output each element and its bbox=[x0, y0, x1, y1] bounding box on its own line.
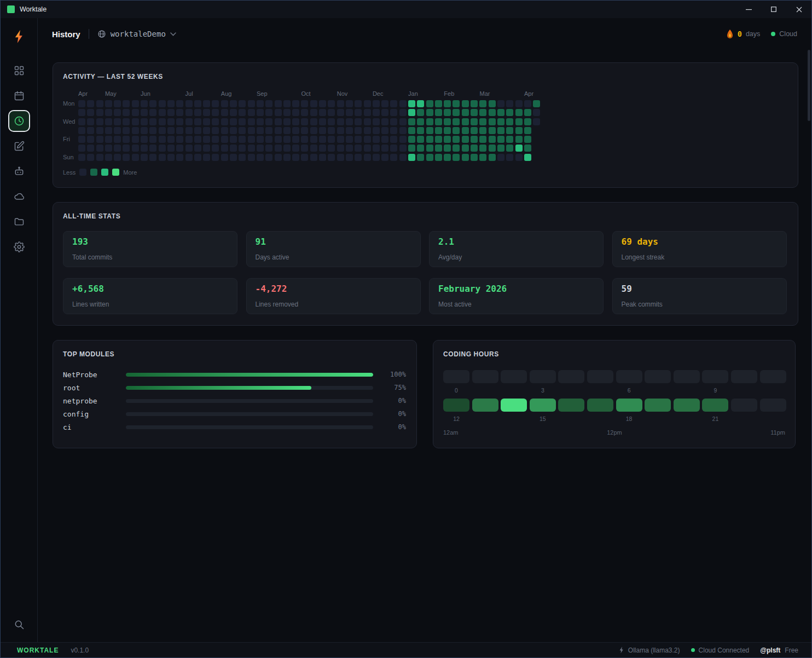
heatmap-cell bbox=[96, 136, 103, 143]
chevron-down-icon bbox=[170, 32, 176, 36]
heatmap-cell bbox=[373, 100, 380, 107]
heatmap-cell bbox=[292, 118, 299, 125]
heatmap-cell bbox=[533, 145, 540, 152]
hour-tick-label: 3 bbox=[541, 387, 544, 394]
heatmap-cell bbox=[239, 100, 246, 107]
heatmap-cell bbox=[230, 127, 237, 134]
heatmap-cell bbox=[230, 109, 237, 116]
heatmap-cell bbox=[364, 100, 371, 107]
modules-panel: TOP MODULES NetProbe100%root75%netprobe0… bbox=[53, 340, 417, 448]
heatmap-cell bbox=[87, 109, 94, 116]
sidebar-item-compose[interactable] bbox=[8, 135, 30, 157]
heatmap-cell bbox=[328, 136, 335, 143]
heatmap-cell bbox=[497, 127, 504, 134]
heatmap-cell bbox=[319, 109, 326, 116]
heatmap-cell bbox=[96, 154, 103, 161]
heatmap-cell bbox=[123, 154, 130, 161]
heatmap-cell bbox=[149, 127, 156, 134]
heatmap-cell bbox=[417, 100, 424, 107]
heatmap-cell bbox=[399, 127, 407, 134]
heatmap-cell bbox=[176, 109, 183, 116]
heatmap-cell bbox=[248, 118, 255, 125]
sidebar-item-projects[interactable] bbox=[8, 211, 30, 233]
heatmap-cell bbox=[462, 127, 469, 134]
heatmap-cell bbox=[399, 136, 407, 143]
heatmap-cell bbox=[381, 127, 388, 134]
project-picker[interactable]: worktaleDemo bbox=[97, 30, 176, 38]
heatmap-cell bbox=[105, 145, 112, 152]
heatmap-cell bbox=[408, 145, 415, 152]
heatmap-cell bbox=[78, 154, 85, 161]
stat-card: 69 daysLongest streak bbox=[612, 231, 787, 267]
module-bar-fill bbox=[126, 386, 311, 390]
stat-card: 2.1Avg/day bbox=[429, 231, 604, 267]
hour-block bbox=[558, 370, 584, 383]
heatmap-month-label: Feb bbox=[444, 90, 454, 97]
heatmap-cell bbox=[381, 100, 388, 107]
heatmap-cell bbox=[328, 118, 335, 125]
heatmap-month-label: Dec bbox=[373, 90, 384, 97]
heatmap-cell bbox=[149, 118, 156, 125]
heatmap-cell bbox=[524, 136, 531, 143]
heatmap-cell bbox=[471, 145, 478, 152]
sidebar-item-cloud[interactable] bbox=[8, 186, 30, 207]
heatmap-cell bbox=[489, 127, 496, 134]
heatmap-cell bbox=[176, 127, 183, 134]
heatmap-cell bbox=[114, 154, 121, 161]
heatmap-cell bbox=[275, 118, 282, 125]
module-bar-track bbox=[126, 412, 373, 416]
heatmap-cell bbox=[390, 109, 397, 116]
maximize-button[interactable] bbox=[761, 1, 786, 18]
heatmap-cell bbox=[123, 100, 130, 107]
heatmap-cell bbox=[159, 109, 166, 116]
close-button[interactable] bbox=[786, 1, 811, 18]
heatmap-cell bbox=[381, 118, 388, 125]
stat-card: +6,568Lines written bbox=[63, 278, 237, 314]
heatmap-cell bbox=[132, 109, 139, 116]
heatmap-cell bbox=[248, 145, 255, 152]
activity-heatmap bbox=[78, 100, 540, 161]
heatmap-cell bbox=[453, 127, 460, 134]
heatmap-cell bbox=[87, 118, 94, 125]
heatmap-cell bbox=[114, 109, 121, 116]
heatmap-cell bbox=[399, 109, 407, 116]
heatmap-cell bbox=[319, 136, 326, 143]
heatmap-cell bbox=[239, 118, 246, 125]
stat-value: 91 bbox=[256, 236, 266, 247]
heatmap-cell bbox=[105, 118, 112, 125]
sidebar-item-agents[interactable] bbox=[8, 160, 30, 182]
hour-block bbox=[760, 370, 786, 383]
heatmap-cell bbox=[435, 136, 442, 143]
heatmap-cell bbox=[185, 100, 193, 107]
heatmap-cell bbox=[328, 100, 335, 107]
heatmap-cell bbox=[87, 154, 94, 161]
sidebar-item-dashboard[interactable] bbox=[8, 60, 30, 82]
sidebar-item-calendar[interactable] bbox=[8, 85, 30, 107]
heatmap-cell bbox=[417, 109, 424, 116]
streak-indicator: 0 days bbox=[726, 30, 761, 39]
stat-card: -4,272Lines removed bbox=[246, 278, 421, 314]
sidebar-item-history[interactable] bbox=[8, 110, 30, 132]
sidebar-item-settings[interactable] bbox=[8, 236, 30, 258]
heatmap-cell bbox=[479, 127, 486, 134]
hour-block bbox=[731, 399, 757, 412]
heatmap-cell bbox=[275, 127, 282, 134]
module-name: config bbox=[63, 410, 126, 418]
module-bar-track bbox=[126, 386, 373, 390]
minimize-button[interactable] bbox=[736, 1, 761, 18]
hour-block bbox=[443, 399, 469, 412]
activity-title: ACTIVITY — LAST 52 WEEKS bbox=[63, 73, 163, 80]
scrollbar-thumb[interactable] bbox=[808, 50, 810, 121]
heatmap-cell bbox=[149, 136, 156, 143]
heatmap-cell bbox=[328, 154, 335, 161]
hour-block bbox=[616, 399, 642, 412]
hour-tick-label: 12 bbox=[453, 415, 460, 422]
heatmap-cell bbox=[78, 118, 85, 125]
stat-card: February 2026Most active bbox=[429, 278, 604, 314]
search-button[interactable] bbox=[1, 619, 38, 630]
heatmap-cell bbox=[435, 154, 442, 161]
heatmap-cell bbox=[194, 127, 201, 134]
heatmap-cell bbox=[435, 127, 442, 134]
heatmap-cell bbox=[319, 127, 326, 134]
heatmap-cell bbox=[132, 154, 139, 161]
